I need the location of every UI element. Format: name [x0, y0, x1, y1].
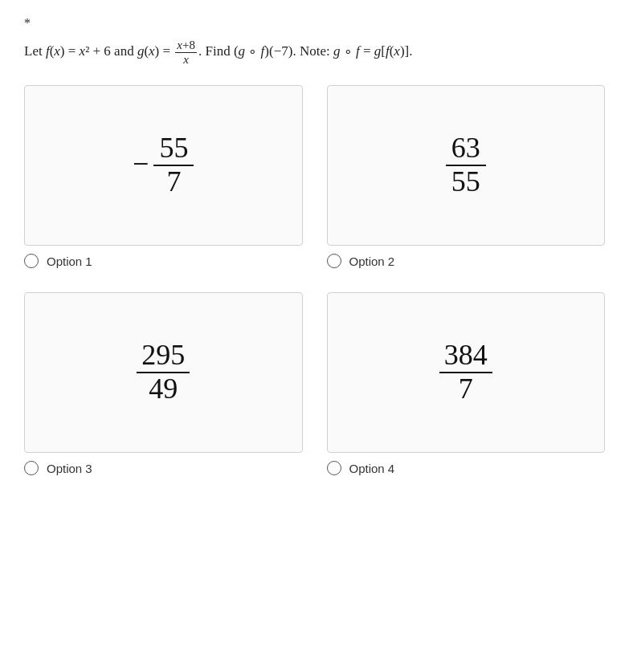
radio-option-2[interactable] — [327, 254, 341, 268]
option2-numerator: 63 — [446, 132, 486, 166]
option-card-3[interactable]: 295 49 — [24, 292, 303, 453]
option-block-4: 384 7 Option 4 — [327, 292, 606, 475]
radio-option-3[interactable] — [24, 461, 39, 475]
option-label-row-3[interactable]: Option 3 — [24, 461, 303, 475]
asterisk: * — [24, 16, 605, 31]
option3-denominator: 49 — [143, 373, 183, 405]
option4-numerator: 384 — [439, 340, 492, 373]
fraction-3: 295 49 — [137, 340, 190, 405]
option1-label: Option 1 — [47, 255, 92, 268]
option3-label: Option 3 — [47, 462, 92, 475]
fraction-1: − 55 7 — [133, 132, 194, 198]
negative-sign-1: − — [133, 147, 149, 181]
option4-label: Option 4 — [349, 462, 395, 475]
option4-denominator: 7 — [446, 373, 486, 405]
option2-label: Option 2 — [349, 255, 395, 268]
fraction-2: 63 55 — [446, 132, 486, 198]
fraction-4: 384 7 — [439, 340, 492, 405]
radio-option-4[interactable] — [327, 461, 341, 475]
question: Let f(x) = x² + 6 and g(x) = x+8 x . Fin… — [24, 39, 605, 66]
option-block-2: 63 55 Option 2 — [327, 85, 606, 268]
option-block-1: − 55 7 Option 1 — [24, 85, 303, 268]
option-card-2[interactable]: 63 55 — [327, 85, 606, 246]
radio-option-1[interactable] — [24, 254, 39, 268]
options-grid: − 55 7 Option 1 63 55 Option 2 — [24, 85, 605, 475]
option1-numerator: 55 — [153, 132, 194, 166]
option-label-row-1[interactable]: Option 1 — [24, 254, 303, 268]
option-block-3: 295 49 Option 3 — [24, 292, 303, 475]
option-label-row-2[interactable]: Option 2 — [327, 254, 606, 268]
option3-numerator: 295 — [137, 340, 190, 373]
option2-denominator: 55 — [446, 166, 486, 198]
option-card-4[interactable]: 384 7 — [327, 292, 606, 453]
option-card-1[interactable]: − 55 7 — [24, 85, 303, 246]
option1-denominator: 7 — [153, 166, 194, 198]
option-label-row-4[interactable]: Option 4 — [327, 461, 606, 475]
